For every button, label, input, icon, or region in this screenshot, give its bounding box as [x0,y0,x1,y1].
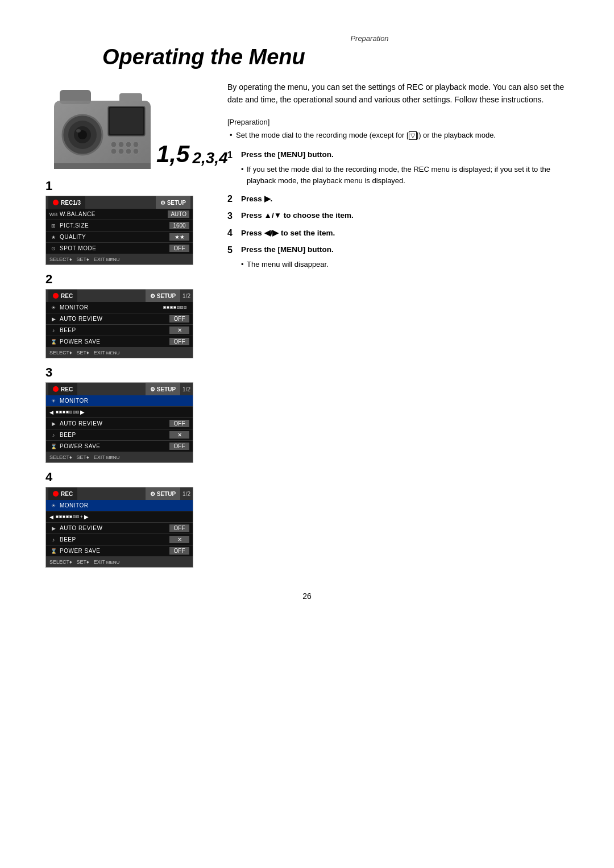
step-item-1: 1 Press the [MENU] button. If you set th… [227,150,569,188]
autoreview-label-3: AUTO REVIEW [60,420,169,427]
pictsize-icon: ⊞ [49,222,57,230]
menu-panel-2-footer: SELECT♦ SET♦ EXIT MENU [46,348,193,358]
footer-select-4: SELECT♦ [49,559,72,565]
menu-row-monitor2: ☀ MONITOR [46,302,193,313]
step-item-5: 5 Press the [MENU] button. The menu will… [227,245,569,271]
menu-panel-3-footer: SELECT♦ SET♦ EXIT MENU [46,452,193,462]
camera-label-small: 2,3,4 [192,150,227,166]
left-column: 1,5 2,3,4 1 REC1/3 ⚙ SETUP WB W.BALANCE [45,81,210,569]
monitor-icon-4: ☀ [49,502,57,510]
svg-point-12 [118,142,124,147]
monitor-value-2 [160,305,189,309]
menu-panel-3: REC ⚙ SETUP 1/2 ☀ MONITOR ◀ [45,382,193,463]
prep-item-1: Set the mode dial to the recording mode … [227,130,569,142]
menu-tab-rec3: REC [48,383,77,395]
step-4-label-row: 4 Press ◀/▶ to set the item. [227,228,569,238]
menu-row-beep2: ♪ BEEP ✕ [46,325,193,336]
autoreview-icon-3: ▶ [49,420,57,428]
footer-select-2: SELECT♦ [49,350,72,356]
step-item-2: 2 Press ▶. [227,194,569,204]
svg-point-14 [133,142,139,147]
beep-value-2: ✕ [169,326,189,334]
footer-set: SET♦ [77,257,89,262]
footer-exit: EXIT MENU [94,257,120,262]
intro-text: By operating the menu, you can set the s… [227,81,569,106]
quality-value: ★★ [169,233,189,241]
autoreview-value-2: OFF [169,315,189,323]
menu-panel-1-header: REC1/3 ⚙ SETUP [46,196,193,209]
step-2-label-row: 2 Press ▶. [227,194,569,204]
beep-icon-3: ♪ [49,431,57,439]
step-1-number: 1 [45,179,210,193]
step-1-label-row: 1 Press the [MENU] button. [227,150,569,160]
menu-row-powersave4: ⌛ POWER SAVE OFF [46,545,193,557]
beep-icon-2: ♪ [49,326,57,334]
step-5-num: 5 [227,245,237,255]
menu-page-num-4: 1/2 [182,491,190,497]
menu-row-pictsize: ⊞ PICT.SIZE 1600 [46,220,193,232]
menu-panel-2-header: REC ⚙ SETUP 1/2 [46,290,193,302]
menu-row-powersave3: ⌛ POWER SAVE OFF [46,441,193,452]
menu-panel-3-header: REC ⚙ SETUP 1/2 [46,383,193,395]
menu-row-powersave2: ⌛ POWER SAVE OFF [46,336,193,348]
rec-icon [53,200,59,205]
menu-panel-2: REC ⚙ SETUP 1/2 ☀ MONITOR [45,289,193,358]
menu-tab-setup3: ⚙ SETUP [146,383,180,395]
menu-panel-1: REC1/3 ⚙ SETUP WB W.BALANCE AUTO ⊞ PICT.… [45,196,193,265]
camera-label-large: 1,5 [156,142,189,166]
menu-row-autoreview3: ▶ AUTO REVIEW OFF [46,418,193,429]
footer-select-3: SELECT♦ [49,454,72,460]
menu-page-num-3: 1/2 [182,386,190,392]
menu-panel-1-footer: SELECT♦ SET♦ EXIT MENU [46,254,193,264]
quality-icon: ★ [49,233,57,241]
prep-title: [Preparation] [227,118,569,126]
step-list: 1 Press the [MENU] button. If you set th… [227,150,569,271]
autoreview-icon-2: ▶ [49,315,57,323]
wb-icon: WB [49,210,57,218]
footer-set-3: SET♦ [77,454,89,460]
spotmode-icon: ⊙ [49,245,57,253]
footer-set-4: SET♦ [77,559,89,565]
step-1-num: 1 [227,150,237,160]
step-item-4: 4 Press ◀/▶ to set the item. [227,228,569,238]
beep-value-4: ✕ [169,536,189,543]
svg-point-16 [118,148,124,154]
step-3-number: 3 [45,365,210,380]
camera-illustration [45,81,159,172]
menu-tab-setup4: ⚙ SETUP [146,487,180,500]
footer-set-2: SET♦ [77,350,89,356]
autoreview-icon-4: ▶ [49,524,57,532]
monitor-slider-row: ◀ ▶ [46,407,193,418]
menu-row-beep4: ♪ BEEP ✕ [46,534,193,545]
spotmode-value: OFF [169,245,189,252]
rec-icon-2 [53,293,59,299]
powersave-value-3: OFF [169,443,189,450]
preparation-label: Preparation [171,34,569,43]
camera-container: 1,5 2,3,4 [45,81,210,172]
monitor-label-4: MONITOR [60,502,189,509]
autoreview-value-3: OFF [169,420,189,427]
pictsize-label: PICT.SIZE [60,222,169,229]
step-3-num: 3 [227,211,237,221]
right-column: By operating the menu, you can set the s… [227,81,569,278]
step-1-desc: Press the [MENU] button. [241,150,569,159]
footer-exit-3: EXIT MENU [94,454,120,460]
main-layout: 1,5 2,3,4 1 REC1/3 ⚙ SETUP WB W.BALANCE [45,81,569,569]
step-4-desc: Press ◀/▶ to set the item. [241,228,569,237]
step-5-note-1: The menu will disappear. [241,259,569,271]
quality-label: QUALITY [60,234,169,240]
rec-icon-4 [53,491,59,497]
step-5-notes: The menu will disappear. [227,259,569,271]
menu-tab-rec2: REC [48,290,77,302]
spotmode-label: SPOT MODE [60,245,169,251]
monitor-slider-row-4: ◀ + ▶ [46,511,193,523]
menu-row-autoreview4: ▶ AUTO REVIEW OFF [46,523,193,534]
powersave-label-2: POWER SAVE [60,338,169,345]
page-number: 26 [45,592,569,601]
powersave-label-3: POWER SAVE [60,443,169,449]
footer-exit-4: EXIT MENU [94,559,120,565]
svg-point-13 [126,142,131,147]
beep-label-4: BEEP [60,536,169,543]
powersave-icon-4: ⌛ [49,547,57,555]
bracket-icon: ▽ [409,131,417,140]
